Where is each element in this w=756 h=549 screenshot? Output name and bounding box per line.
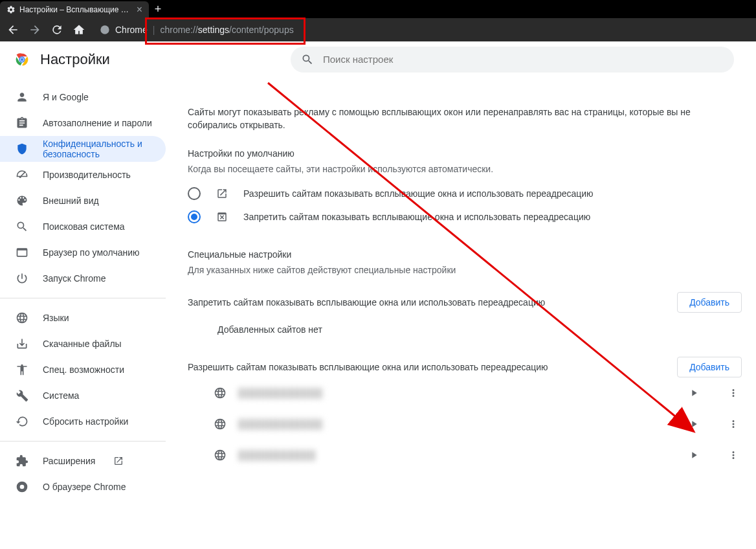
sidebar-item[interactable]: Внешний вид — [0, 188, 166, 214]
chrome-icon — [16, 480, 28, 493]
palette-icon — [16, 194, 28, 207]
sidebar-item[interactable]: Сбросить настройки — [0, 409, 166, 434]
site-row[interactable]: ████████████ — [188, 409, 742, 440]
allow-list-title: Разрешить сайтам показывать всплывающие … — [188, 362, 677, 372]
globe-icon — [214, 418, 227, 431]
wrench-icon — [16, 389, 28, 402]
forward-button[interactable] — [27, 22, 43, 38]
sidebar-item[interactable]: О браузере Chrome — [0, 474, 166, 500]
home-button[interactable] — [71, 22, 87, 38]
defaults-heading: Настройки по умолчанию — [188, 148, 742, 159]
site-row[interactable]: ███████████ — [188, 440, 742, 471]
svg-point-0 — [100, 25, 109, 34]
globe-icon — [214, 449, 227, 462]
settings-search-input[interactable] — [323, 54, 724, 65]
globe-icon — [16, 311, 28, 324]
sidebar-item-label: Скачанные файлы — [43, 339, 122, 349]
expand-icon[interactable] — [689, 388, 699, 398]
tab-close-icon[interactable]: × — [137, 4, 142, 16]
sidebar-item[interactable]: Система — [0, 383, 166, 409]
radio-allow-label: Разрешить сайтам показывать всплывающие … — [243, 188, 594, 199]
extension-icon — [16, 454, 28, 467]
app-header: Настройки — [0, 41, 756, 78]
sidebar-item[interactable]: Автозаполнение и пароли — [0, 110, 166, 136]
content: Сайты могут показывать рекламу с помощью… — [168, 78, 751, 506]
accessibility-icon — [16, 363, 28, 376]
sidebar-item-label: Конфиденциальность и безопасность — [43, 139, 166, 159]
radio-block-row[interactable]: Запретить сайтам показывать всплывающие … — [188, 205, 742, 229]
sidebar-item-label: О браузере Chrome — [43, 482, 126, 492]
site-row[interactable]: ████████████ — [188, 377, 742, 409]
sidebar-item-label: Автозаполнение и пароли — [43, 118, 152, 128]
globe-icon — [214, 387, 227, 399]
page-title: Настройки — [40, 51, 110, 68]
reload-button[interactable] — [49, 22, 65, 38]
window-icon — [16, 246, 28, 259]
settings-icon — [6, 5, 16, 14]
sidebar-item-label: Запуск Chrome — [43, 273, 106, 284]
sidebar-item-label: Сбросить настройки — [43, 416, 128, 427]
block-list-title: Запретить сайтам показывать всплывающие … — [188, 297, 677, 308]
search-icon — [301, 53, 314, 66]
new-tab-button[interactable]: + — [149, 0, 167, 18]
browser-tab[interactable]: Настройки – Всплывающие окна × — [0, 1, 149, 18]
back-button[interactable] — [5, 22, 21, 38]
sidebar-item-label: Языки — [43, 313, 69, 323]
power-icon — [16, 272, 28, 285]
expand-icon[interactable] — [689, 419, 699, 429]
sidebar-item[interactable]: Скачанные файлы — [0, 331, 166, 357]
assignment-icon — [16, 117, 28, 129]
sidebar-item[interactable]: Браузер по умолчанию — [0, 240, 166, 265]
sidebar-item-label: Расширения — [43, 456, 95, 466]
allow-list-header: Разрешить сайтам показывать всплывающие … — [188, 357, 742, 377]
sidebar-item[interactable]: Производительность — [0, 162, 166, 188]
titlebar: Настройки – Всплывающие окна × + — [0, 0, 756, 18]
sidebar-item[interactable]: Я и Google — [0, 84, 166, 110]
sidebar-item-label: Внешний вид — [43, 196, 99, 206]
sidebar-item[interactable]: Конфиденциальность и безопасность — [0, 136, 166, 162]
intro-text: Сайты могут показывать рекламу с помощью… — [188, 106, 742, 131]
sidebar-item[interactable]: Расширения — [0, 448, 166, 474]
shield-icon — [16, 142, 28, 155]
person-icon — [16, 91, 28, 104]
omnibox-chip: Chrome — [115, 25, 148, 35]
search-icon — [16, 220, 28, 233]
radio-allow-row[interactable]: Разрешить сайтам показывать всплывающие … — [188, 182, 742, 205]
svg-point-6 — [20, 485, 25, 489]
custom-heading: Специальные настройки — [188, 249, 742, 260]
sidebar-separator — [0, 298, 166, 298]
defaults-subtext: Когда вы посещаете сайты, эти настройки … — [188, 164, 742, 174]
download-icon — [16, 337, 28, 350]
omnibox[interactable]: Chrome | chrome://settings/content/popup… — [93, 21, 751, 39]
custom-subtext: Для указанных ниже сайтов действуют спец… — [188, 265, 742, 275]
sidebar-item[interactable]: Запуск Chrome — [0, 265, 166, 291]
sidebar-item[interactable]: Поисковая система — [0, 214, 166, 240]
kebab-menu-icon[interactable] — [728, 387, 739, 399]
site-url: ████████████ — [238, 388, 323, 398]
sidebar-separator — [0, 441, 166, 442]
toolbar: Chrome | chrome://settings/content/popup… — [0, 18, 756, 41]
block-list-header: Запретить сайтам показывать всплывающие … — [188, 292, 742, 313]
sidebar-item-label: Система — [43, 390, 79, 401]
sidebar-item[interactable]: Языки — [0, 305, 166, 331]
settings-search[interactable] — [291, 47, 734, 73]
external-link-icon — [113, 456, 124, 466]
radio-block-label: Запретить сайтам показывать всплывающие … — [243, 212, 590, 222]
radio-block[interactable] — [188, 210, 201, 223]
popup-block-icon — [216, 211, 228, 223]
add-block-site-button[interactable]: Добавить — [677, 292, 742, 313]
site-url: ████████████ — [238, 419, 323, 429]
reset-icon — [16, 415, 28, 428]
expand-icon[interactable] — [689, 450, 699, 460]
kebab-menu-icon[interactable] — [728, 449, 739, 461]
sidebar-item-label: Производительность — [43, 170, 131, 180]
sidebar-item-label: Поисковая система — [43, 221, 125, 232]
sidebar-item-label: Браузер по умолчанию — [43, 247, 140, 258]
radio-allow[interactable] — [188, 187, 201, 200]
sidebar-item[interactable]: Спец. возможности — [0, 357, 166, 383]
kebab-menu-icon[interactable] — [728, 418, 739, 430]
sidebar-item-label: Я и Google — [43, 92, 89, 102]
tab-title: Настройки – Всплывающие окна — [19, 5, 133, 14]
site-url: ███████████ — [238, 450, 316, 460]
add-allow-site-button[interactable]: Добавить — [677, 357, 742, 377]
